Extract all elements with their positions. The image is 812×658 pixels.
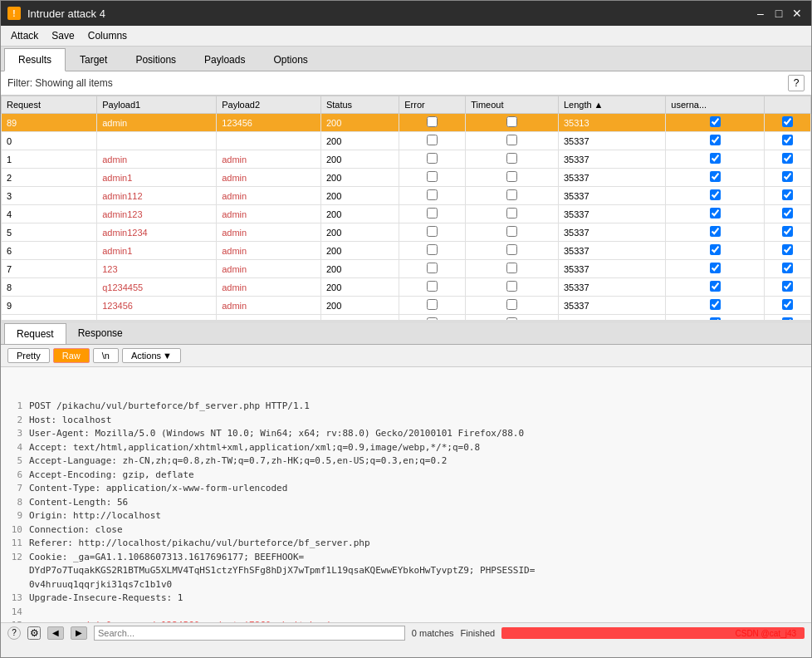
- tab-results[interactable]: Results: [4, 48, 66, 71]
- tab-target[interactable]: Target: [66, 48, 121, 71]
- cell-username: [666, 205, 765, 223]
- cell-length: 35337: [558, 297, 665, 315]
- line-number: 4: [9, 441, 22, 455]
- nav-forward-button[interactable]: ▶: [71, 626, 87, 640]
- col-length[interactable]: Length ▲: [558, 96, 665, 114]
- code-line: 11Referer: http://localhost/pikachu/vul/…: [9, 537, 803, 551]
- actions-chevron-icon: ▼: [163, 351, 172, 361]
- line-number: 12: [9, 551, 22, 565]
- table-row[interactable]: 7 123 admin 200 35337: [2, 260, 811, 278]
- cell-status: 200: [320, 114, 399, 132]
- menu-attack[interactable]: Attack: [4, 27, 45, 44]
- table-row[interactable]: 8 q1234455 admin 200 35337: [2, 278, 811, 297]
- cell-payload2: admin: [217, 297, 321, 315]
- line-number: [9, 564, 22, 578]
- cell-length: 35337: [558, 169, 665, 187]
- code-area: 1POST /pikachu/vul/burteforce/bf_server.…: [1, 367, 811, 622]
- cell-col9: [765, 132, 811, 150]
- table-row[interactable]: 0 200 35337: [2, 132, 811, 150]
- col-request[interactable]: Request: [2, 96, 97, 114]
- status-settings-button[interactable]: ⚙: [27, 626, 41, 640]
- line-content: [29, 606, 803, 620]
- cell-timeout: [466, 187, 559, 205]
- code-line: 4Accept: text/html,application/xhtml+xml…: [9, 441, 803, 455]
- line-number: 3: [9, 427, 22, 441]
- cell-payload1: admin1: [97, 242, 217, 260]
- search-input[interactable]: [94, 626, 405, 641]
- cell-id: 7: [2, 260, 97, 278]
- cell-error: [399, 223, 466, 242]
- cell-id: 4: [2, 205, 97, 223]
- cell-timeout: [466, 150, 559, 169]
- cell-payload2: admin: [217, 205, 321, 223]
- line-content: Upgrade-Insecure-Requests: 1: [29, 592, 803, 606]
- cell-payload1: admin1234: [97, 223, 217, 242]
- filter-help-button[interactable]: ?: [788, 75, 805, 91]
- cell-error: [399, 260, 466, 278]
- line-content: Content-Type: application/x-www-form-url…: [29, 482, 803, 496]
- results-table-container: Request Payload1 Payload2 Status Error T…: [1, 96, 811, 320]
- cell-status: 200: [320, 132, 399, 150]
- cell-id: 8: [2, 278, 97, 297]
- table-row[interactable]: 2 admin1 admin 200 35337: [2, 169, 811, 187]
- table-row[interactable]: 4 admin123 admin 200 35337: [2, 205, 811, 223]
- col-error[interactable]: Error: [399, 96, 466, 114]
- line-content: DYdP7o7TuqakKGS2R1BTMuG5XLMV4TqHS1ctzYFh…: [29, 564, 803, 578]
- cell-payload2: [217, 132, 321, 150]
- line-content: Host: localhost: [29, 414, 803, 428]
- cell-status: 200: [320, 223, 399, 242]
- table-row[interactable]: 3 admin112 admin 200 35337: [2, 187, 811, 205]
- line-number: [9, 578, 22, 592]
- col-payload1[interactable]: Payload1: [97, 96, 217, 114]
- table-row[interactable]: 89 admin 123456 200 35313: [2, 114, 811, 132]
- maximize-button[interactable]: □: [771, 6, 786, 21]
- cell-id: 5: [2, 223, 97, 242]
- raw-button[interactable]: Raw: [53, 348, 90, 363]
- cell-error: [399, 114, 466, 132]
- ln-button[interactable]: \n: [93, 348, 119, 363]
- col-extra[interactable]: [765, 96, 811, 114]
- watermark-text: CSDN @cat_j43: [736, 628, 797, 637]
- menu-save[interactable]: Save: [45, 27, 81, 44]
- line-number: 1: [9, 400, 22, 414]
- cell-payload1: [97, 132, 217, 150]
- table-row[interactable]: 1 admin admin 200 35337: [2, 150, 811, 169]
- nav-back-button[interactable]: ◀: [47, 626, 64, 640]
- tab-payloads[interactable]: Payloads: [190, 48, 259, 71]
- col-timeout[interactable]: Timeout: [466, 96, 559, 114]
- line-content: Accept-Language: zh-CN,zh;q=0.8,zh-TW;q=…: [29, 454, 803, 469]
- col-payload2[interactable]: Payload2: [217, 96, 321, 114]
- menu-columns[interactable]: Columns: [81, 27, 134, 44]
- cell-length: 35337: [558, 260, 665, 278]
- col-status[interactable]: Status: [320, 96, 399, 114]
- cell-payload1: admin: [97, 114, 217, 132]
- close-button[interactable]: ✕: [790, 6, 805, 21]
- cell-id: 6: [2, 242, 97, 260]
- cell-status: 200: [320, 278, 399, 297]
- line-content: POST /pikachu/vul/burteforce/bf_server.p…: [29, 400, 803, 414]
- status-bar: ? ⚙ ◀ ▶ 0 matches Finished CSDN @cat_j43: [1, 622, 811, 642]
- col-username[interactable]: userna...: [666, 96, 765, 114]
- code-line: 12Cookie: _ga=GA1.1.1068607313.161769617…: [9, 551, 803, 565]
- actions-button[interactable]: Actions ▼: [122, 348, 181, 363]
- table-row[interactable]: 6 admin1 admin 200 35337: [2, 242, 811, 260]
- cell-timeout: [466, 205, 559, 223]
- pretty-button[interactable]: Pretty: [7, 348, 50, 363]
- cell-error: [399, 150, 466, 169]
- window-controls: – □ ✕: [753, 6, 805, 21]
- tab-options[interactable]: Options: [259, 48, 321, 71]
- table-row[interactable]: 9 123456 admin 200 35337: [2, 297, 811, 315]
- progress-bar: CSDN @cat_j43: [501, 627, 805, 639]
- status-help-button[interactable]: ?: [7, 626, 21, 640]
- cell-status: 200: [320, 205, 399, 223]
- cell-username: [666, 114, 765, 132]
- panel-tab-response[interactable]: Response: [66, 323, 135, 344]
- panel-tab-request[interactable]: Request: [4, 323, 66, 344]
- minimize-button[interactable]: –: [753, 6, 768, 21]
- cell-username: [666, 169, 765, 187]
- menu-bar: Attack Save Columns: [1, 26, 811, 47]
- tab-positions[interactable]: Positions: [121, 48, 190, 71]
- table-row[interactable]: 5 admin1234 admin 200 35337: [2, 223, 811, 242]
- line-number: 10: [9, 523, 22, 538]
- cell-payload2: admin: [217, 150, 321, 169]
